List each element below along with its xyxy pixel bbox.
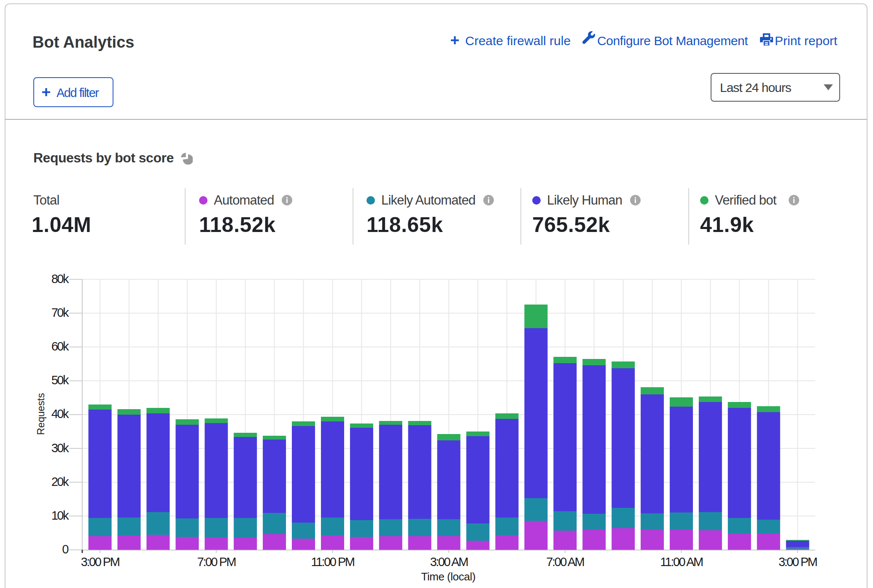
svg-text:3:00 AM: 3:00 AM [430, 555, 468, 569]
svg-text:3:00 PM: 3:00 PM [81, 555, 119, 569]
svg-text:7:00 AM: 7:00 AM [546, 555, 584, 569]
svg-text:40k: 40k [51, 407, 69, 421]
svg-text:3:00 PM: 3:00 PM [779, 555, 817, 569]
svg-text:80k: 80k [51, 272, 69, 286]
svg-text:7:00 PM: 7:00 PM [197, 555, 236, 569]
svg-text:11:00 AM: 11:00 AM [660, 555, 703, 569]
svg-text:20k: 20k [51, 475, 69, 488]
svg-text:30k: 30k [51, 441, 69, 455]
svg-text:60k: 60k [51, 340, 69, 353]
svg-text:50k: 50k [51, 373, 69, 387]
svg-text:Time (local): Time (local) [421, 570, 476, 583]
svg-text:0: 0 [62, 542, 68, 556]
svg-text:11:00 PM: 11:00 PM [311, 555, 354, 569]
svg-text:Requests: Requests [35, 393, 46, 435]
svg-text:10k: 10k [51, 509, 69, 522]
svg-text:70k: 70k [51, 306, 69, 319]
